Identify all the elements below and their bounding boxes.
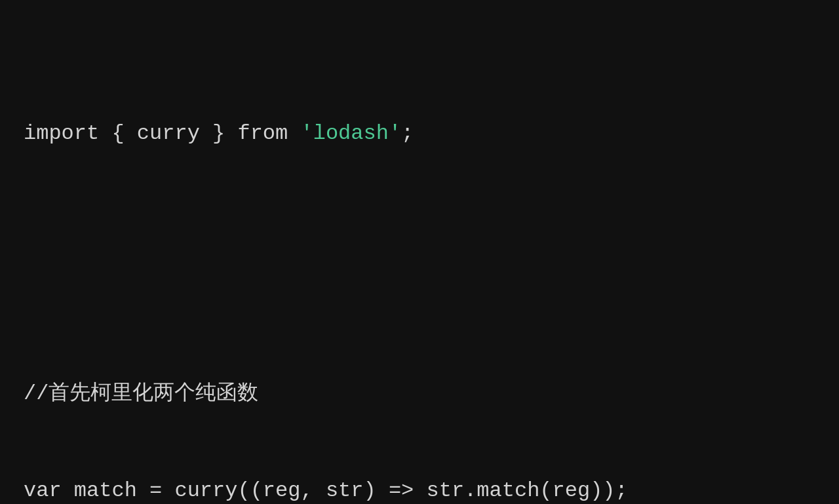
import-keyword: import { curry } from bbox=[24, 121, 300, 145]
comment-curry: //首先柯里化两个纯函数 bbox=[24, 378, 628, 410]
code-block: import { curry } from 'lodash'; //首先柯里化两… bbox=[0, 0, 652, 504]
match-code: var match = curry((reg, str) => str.matc… bbox=[24, 478, 628, 503]
import-line: import { curry } from 'lodash'; bbox=[24, 117, 628, 150]
match-line: var match = curry((reg, str) => str.matc… bbox=[24, 475, 628, 504]
comment-curry-text: //首先柯里化两个纯函数 bbox=[24, 381, 258, 406]
import-semi: ; bbox=[401, 121, 414, 145]
empty-1 bbox=[24, 247, 628, 280]
import-string: 'lodash' bbox=[300, 121, 401, 145]
